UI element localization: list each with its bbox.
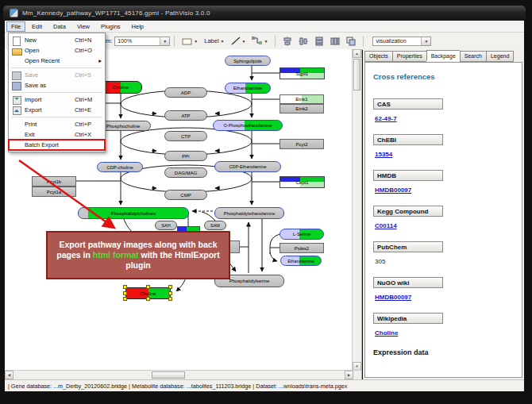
- menu-plugins[interactable]: Plugins: [96, 21, 125, 32]
- menu-item-label: New: [25, 37, 75, 44]
- menu-view[interactable]: View: [72, 21, 94, 32]
- selection-handle[interactable]: [146, 285, 150, 289]
- label-tool-text: Label: [204, 37, 218, 44]
- node-phosphatidylethanolamine[interactable]: Phosphatidylethanolamine: [214, 207, 284, 219]
- chevron-down-icon[interactable]: ▼: [242, 39, 246, 44]
- node-pcyt2[interactable]: Pcyt2: [279, 139, 324, 149]
- node-l-serine[interactable]: L-Serine: [279, 229, 324, 240]
- node-ethanolamine[interactable]: Ethanolamine: [225, 83, 271, 94]
- node-etnk2[interactable]: Etnk2: [279, 104, 324, 114]
- scroll-up-button[interactable]: ▲: [353, 49, 361, 58]
- file-menu-item-exit[interactable]: ExitCtrl+X: [9, 129, 105, 140]
- xref-link[interactable]: HMDB00097: [375, 294, 411, 301]
- menu-item-label: Batch Export: [25, 141, 75, 148]
- scroll-left-button[interactable]: ◀: [5, 371, 13, 379]
- node-ethanolamine-bottom[interactable]: Ethanolamine: [280, 256, 322, 266]
- vertical-scroll-thumb[interactable]: [353, 59, 360, 90]
- common-size-button[interactable]: [344, 35, 358, 48]
- app-icon: [10, 9, 18, 17]
- node-cmp[interactable]: CMP: [164, 190, 207, 200]
- file-menu-item-new[interactable]: NewCtrl+N: [9, 35, 105, 45]
- node-sgpl1[interactable]: Sgpl1: [279, 67, 325, 79]
- xref-link[interactable]: C00114: [375, 222, 397, 229]
- file-menu-item-import[interactable]: ImportCtrl+M: [9, 94, 105, 105]
- menu-separator: [11, 67, 102, 68]
- menu-data[interactable]: Data: [48, 21, 71, 32]
- node-atp[interactable]: ATP: [164, 110, 207, 121]
- selection-handle[interactable]: [123, 297, 127, 301]
- selection-handle[interactable]: [168, 297, 172, 301]
- menu-item-label: Open Recent: [25, 57, 75, 64]
- xref-link[interactable]: HMDB00097: [375, 187, 411, 194]
- stack-vertical-button[interactable]: [312, 35, 326, 48]
- stack-horizontal-icon: [330, 37, 340, 46]
- cross-references-header: Cross references: [373, 72, 515, 81]
- scroll-right-button[interactable]: ▶: [345, 371, 353, 379]
- selection-handle[interactable]: [123, 285, 127, 289]
- file-menu-item-open-recent[interactable]: Open Recent▸: [9, 56, 105, 66]
- selection-handle[interactable]: [168, 285, 172, 289]
- menu-item-shortcut: Ctrl+M: [75, 96, 102, 103]
- datanode-tool-button[interactable]: ▼: [179, 36, 200, 47]
- file-menu-item-print[interactable]: PrintCtrl+P: [9, 119, 105, 129]
- node-cdp-ethanolamine[interactable]: CDP-Ethanolamine: [214, 161, 281, 172]
- node-ppi[interactable]: PPi: [164, 151, 207, 161]
- file-menu-item-open[interactable]: OpenCtrl+O: [9, 45, 105, 56]
- file-menu-item-save[interactable]: SaveCtrl+S: [9, 70, 105, 80]
- chevron-down-icon[interactable]: ▼: [264, 39, 268, 44]
- visualization-combobox[interactable]: visualization ▼: [372, 37, 431, 46]
- selection-handle[interactable]: [123, 291, 127, 295]
- label-tool-button[interactable]: Label ▼: [202, 36, 226, 46]
- title-bar[interactable]: Mm_Kennedy_pathway_WP1771_45176.gpml - P…: [3, 6, 526, 21]
- zoom-combobox[interactable]: 100% ▼: [114, 37, 170, 46]
- menu-file[interactable]: File: [6, 21, 25, 32]
- stack-horizontal-button[interactable]: [328, 35, 342, 48]
- menu-item-label: Export: [25, 106, 75, 114]
- horizontal-scroll-thumb[interactable]: [152, 371, 185, 379]
- tab-legend[interactable]: Legend: [486, 51, 514, 62]
- align-center-button[interactable]: [280, 35, 295, 48]
- canvas-vertical-scrollbar[interactable]: ▲ ▼: [352, 49, 361, 371]
- node-sphingolipids[interactable]: Sphingolipids: [225, 56, 271, 66]
- node-ptdss2[interactable]: Ptdss2: [279, 243, 324, 253]
- connector-tool-button[interactable]: ▼: [249, 35, 270, 47]
- node-phosphatidylcholines[interactable]: Phosphatidylcholines: [78, 207, 189, 219]
- node-sam[interactable]: SAM: [204, 221, 226, 230]
- node-sah[interactable]: SAH: [155, 221, 177, 230]
- node-cept1[interactable]: Cept1: [279, 176, 325, 188]
- node-etnk1[interactable]: Etnk1: [279, 94, 324, 104]
- node-pcyt1b[interactable]: Pcyt1b: [32, 176, 76, 187]
- node-o-phosphoethanolamine[interactable]: O-Phosphoethanolamine: [213, 120, 283, 131]
- chevron-down-icon[interactable]: ▼: [194, 39, 198, 44]
- node-dag-mag[interactable]: DAG/MAG: [164, 167, 207, 178]
- align-middle-button[interactable]: [296, 35, 310, 48]
- xref-link[interactable]: 62-49-7: [375, 115, 397, 122]
- file-menu-item-save-as[interactable]: Save as: [9, 80, 105, 90]
- node-pcyt1a[interactable]: Pcyt1a: [32, 187, 76, 197]
- tab-search[interactable]: Search: [460, 51, 486, 62]
- file-menu-item-export[interactable]: ExportCtrl+E: [9, 105, 105, 115]
- chevron-down-icon[interactable]: ▼: [160, 37, 169, 45]
- xref-link[interactable]: 15354: [375, 151, 392, 158]
- backpage-panel[interactable]: Cross references CAS62-49-7ChEBI15354HMD…: [364, 62, 522, 378]
- node-adp[interactable]: ADP: [164, 87, 207, 98]
- tab-objects[interactable]: Objects: [364, 51, 392, 62]
- xref-link[interactable]: Choline: [375, 329, 398, 337]
- node-choline-top[interactable]: Choline: [99, 81, 142, 94]
- selection-handle[interactable]: [146, 297, 150, 301]
- xref-source-name: NuGO wiki: [373, 277, 443, 288]
- menu-edit[interactable]: Edit: [27, 21, 47, 32]
- node-cdp-choline[interactable]: CDP-choline: [97, 162, 143, 172]
- node-ctp[interactable]: CTP: [164, 131, 207, 141]
- file-menu-item-batch-export[interactable]: Batch Export: [9, 140, 105, 150]
- selection-handle[interactable]: [168, 291, 172, 295]
- tab-properties[interactable]: Properties: [392, 51, 426, 62]
- line-tool-button[interactable]: ▼: [229, 35, 249, 47]
- xref-source-name: HMDB: [373, 170, 443, 181]
- menu-help[interactable]: Help: [127, 21, 148, 32]
- canvas-horizontal-scrollbar[interactable]: ◀ ▶: [5, 370, 362, 379]
- chevron-down-icon[interactable]: ▼: [221, 39, 225, 44]
- tab-backpage[interactable]: Backpage: [426, 50, 460, 61]
- callout-highlight: html format: [93, 250, 139, 260]
- chevron-down-icon[interactable]: ▼: [421, 37, 430, 45]
